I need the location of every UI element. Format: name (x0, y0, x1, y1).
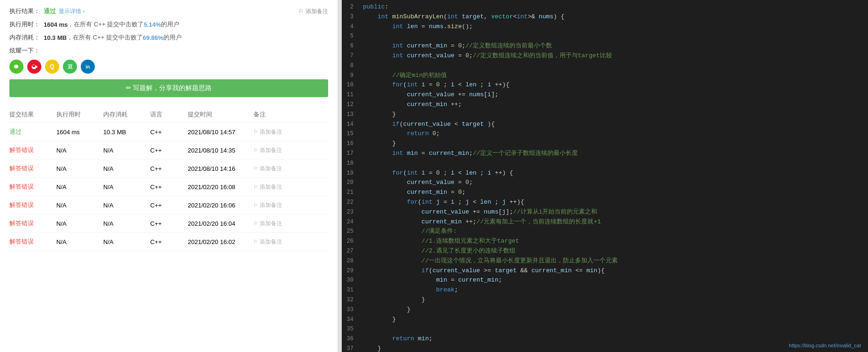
code-line-16: 16 } (342, 139, 868, 149)
code-line-32: 32 } (342, 295, 868, 305)
row-mem: N/A (103, 220, 150, 227)
row-submit-time: 2021/02/20 16:04 (188, 220, 253, 227)
add-note-top-button[interactable]: ⚐ 添加备注 (299, 8, 328, 15)
row-add-note-button[interactable]: ⚐ 添加备注 (253, 201, 300, 209)
code-line-28: 28 //一出现这个情况，立马将最小长度更新并且退出，防止多加入一个元素 (342, 256, 868, 266)
row-mem: N/A (103, 147, 150, 154)
row-status[interactable]: 解答错误 (9, 183, 56, 191)
table-row: 解答错误 N/A N/A C++ 2021/02/20 16:02 ⚐ 添加备注 (9, 233, 328, 251)
row-status[interactable]: 通过 (9, 128, 56, 136)
table-body: 通过 1604 ms 10.3 MB C++ 2021/08/10 14:57 … (9, 123, 328, 251)
row-mem: N/A (103, 165, 150, 172)
exec-time-users: 的用户 (161, 20, 179, 29)
bottom-link[interactable]: https://blog.csdn.net/invalid_cat (789, 343, 861, 348)
row-status[interactable]: 解答错误 (9, 201, 56, 209)
code-line-29: 29 if(current_value >= target && current… (342, 266, 868, 276)
write-solution-button[interactable]: ✏ 写题解，分享我的解题思路 (9, 79, 328, 97)
table-header: 提交结果 执行用时 内存消耗 语言 提交时间 备注 (9, 107, 328, 123)
exec-time-value: 1604 ms (44, 21, 68, 28)
row-exec-time: N/A (56, 238, 103, 245)
row-exec-time: 1604 ms (56, 129, 103, 136)
code-panel[interactable]: 2public: 3 int minSubArrayLen(int target… (342, 0, 868, 352)
row-exec-time: N/A (56, 220, 103, 227)
flag-small-icon: ⚐ (253, 129, 258, 135)
col-header-status: 提交结果 (9, 110, 56, 119)
row-add-note-button[interactable]: ⚐ 添加备注 (253, 146, 300, 154)
mem-value: 10.3 MB (44, 34, 67, 41)
qzone-icon[interactable]: Q (45, 60, 59, 74)
table-row: 解答错误 N/A N/A C++ 2021/02/20 16:08 ⚐ 添加备注 (9, 178, 328, 196)
row-submit-time: 2021/02/20 16:08 (188, 184, 253, 191)
detail-link[interactable]: 显示详情 (59, 8, 84, 15)
row-add-note-button[interactable]: ⚐ 添加备注 (253, 183, 300, 191)
row-lang: C++ (150, 129, 188, 136)
row-status[interactable]: 解答错误 (9, 164, 56, 173)
flag-small-icon: ⚐ (253, 184, 258, 190)
table-row: 解答错误 N/A N/A C++ 2021/08/10 14:35 ⚐ 添加备注 (9, 141, 328, 160)
row-lang: C++ (150, 184, 188, 191)
mem-suffix: ，在所有 C++ 提交中击败了 (67, 33, 143, 42)
code-line-18: 18 (342, 159, 868, 168)
flag-small-icon: ⚐ (253, 202, 258, 208)
code-line-30: 30 min = current_min; (342, 275, 868, 285)
row-submit-time: 2021/02/20 16:02 (188, 238, 253, 245)
code-line-14: 14 if(current_value < target ){ (342, 120, 868, 130)
flag-small-icon: ⚐ (253, 166, 258, 172)
code-line-4: 4 int len = nums.size(); (342, 22, 868, 32)
row-submit-time: 2021/08/10 14:35 (188, 147, 253, 154)
row-exec-time: N/A (56, 147, 103, 154)
weibo-icon[interactable] (27, 60, 41, 74)
row-submit-time: 2021/08/10 14:57 (188, 129, 253, 136)
linkedin-icon[interactable]: in (81, 60, 95, 74)
code-line-7: 7 int current_value = 0;//定义数组连续之和的当前值，用… (342, 51, 868, 61)
code-line-2: 2public: (342, 2, 868, 12)
code-line-33: 33 } (342, 305, 868, 315)
code-line-24: 24 current_min ++;//元素每加上一个，当前连续数组的长度就+1 (342, 217, 868, 227)
row-add-note-button[interactable]: ⚐ 添加备注 (253, 165, 300, 173)
row-mem: N/A (103, 184, 150, 191)
row-mem: 10.3 MB (103, 129, 150, 136)
table-row: 解答错误 N/A N/A C++ 2021/02/20 16:04 ⚐ 添加备注 (9, 214, 328, 233)
row-add-note-button[interactable]: ⚐ 添加备注 (253, 220, 300, 228)
mem-users: 的用户 (163, 33, 182, 42)
wechat-icon[interactable] (9, 60, 23, 74)
row-exec-time: N/A (56, 165, 103, 172)
douban-icon[interactable]: 豆 (63, 60, 77, 74)
row-status[interactable]: 解答错误 (9, 237, 56, 246)
row-status[interactable]: 解答错误 (9, 219, 56, 228)
code-line-13: 13 } (342, 110, 868, 120)
row-lang: C++ (150, 238, 188, 245)
col-header-lang: 语言 (150, 110, 188, 119)
row-status[interactable]: 解答错误 (9, 146, 56, 154)
col-header-note: 备注 (253, 110, 300, 119)
code-line-21: 21 current_min = 0; (342, 188, 868, 198)
code-line-15: 15 return 0; (342, 129, 868, 139)
code-line-34: 34 } (342, 315, 868, 325)
row-lang: C++ (150, 165, 188, 172)
share-label: 炫耀一下： (9, 46, 40, 55)
code-line-20: 20 current_value = 0; (342, 178, 868, 188)
row-add-note-button[interactable]: ⚐ 添加备注 (253, 238, 300, 246)
code-line-8: 8 (342, 61, 868, 71)
flag-icon: ⚐ (299, 8, 304, 15)
row-add-note-button[interactable]: ⚐ 添加备注 (253, 128, 300, 136)
col-header-submit-time: 提交时间 (188, 110, 253, 119)
col-header-exec-time: 执行用时 (56, 110, 103, 119)
code-line-31: 31 break; (342, 285, 868, 295)
code-line-11: 11 current_value += nums[i]; (342, 90, 868, 100)
flag-small-icon: ⚐ (253, 147, 258, 153)
mem-label: 内存消耗： (9, 33, 40, 42)
row-submit-time: 2021/08/10 14:16 (188, 165, 253, 172)
submissions-table: 提交结果 执行用时 内存消耗 语言 提交时间 备注 通过 1604 ms 10.… (9, 107, 328, 251)
code-line-10: 10 for(int i = 0 ; i < len ; i ++){ (342, 80, 868, 90)
row-exec-time: N/A (56, 184, 103, 191)
col-header-mem: 内存消耗 (103, 110, 150, 119)
code-line-17: 17 int min = current_min;//定义一个记录子数组连续的最… (342, 149, 868, 159)
code-line-27: 27 //2.遇见了长度更小的连续子数组 (342, 246, 868, 256)
row-mem: N/A (103, 238, 150, 245)
code-line-26: 26 //1.连续数组元素之和大于target (342, 237, 868, 246)
code-line-9: 9 //确定min的初始值 (342, 71, 868, 81)
row-exec-time: N/A (56, 202, 103, 209)
exec-time-percent: 5.14% (144, 21, 161, 28)
code-line-3: 3 int minSubArrayLen(int target, vector<… (342, 12, 868, 22)
